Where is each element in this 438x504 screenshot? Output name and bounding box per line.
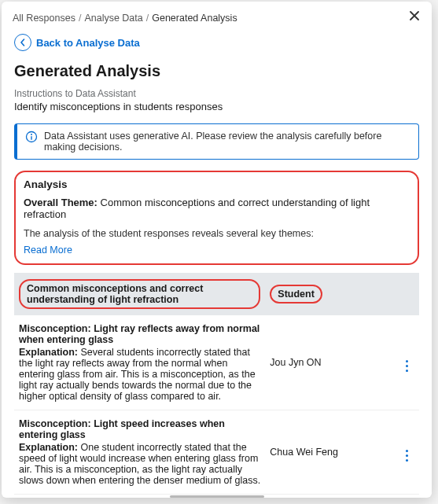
row-menu-icon[interactable]	[406, 450, 408, 462]
ai-callout: Data Assistant uses generative AI. Pleas…	[14, 123, 419, 160]
svg-point-1	[31, 134, 32, 135]
back-link[interactable]: Back to Analyse Data	[14, 34, 419, 51]
resize-handle-icon[interactable]	[170, 495, 264, 498]
row-menu-icon[interactable]	[406, 360, 408, 372]
table-row: Misconception: Light speed increases whe…	[14, 410, 419, 495]
overall-theme-label: Overall Theme:	[24, 197, 98, 208]
breadcrumb: All Responses / Analyse Data / Generated…	[13, 13, 237, 24]
breadcrumb-sep: /	[146, 13, 149, 24]
ai-callout-text: Data Assistant uses generative AI. Pleas…	[44, 131, 410, 153]
row-student: Francis, Jaya Prakash, Jia Baoqi, Khoo J…	[265, 495, 395, 498]
breadcrumb-item[interactable]: Analyse Data	[84, 13, 142, 24]
instructions-label: Instructions to Data Assistant	[14, 88, 419, 99]
svg-rect-2	[31, 136, 31, 140]
info-icon	[25, 131, 38, 143]
read-more-link[interactable]: Read More	[24, 245, 72, 256]
instructions-value: Identify misconceptions in students resp…	[14, 101, 419, 112]
back-link-label: Back to Analyse Data	[36, 37, 140, 49]
analysis-box: Analysis Overall Theme: Common misconcep…	[14, 171, 419, 265]
breadcrumb-item-current: Generated Analysis	[152, 13, 237, 24]
analysis-table: Common misconceptions and correct unders…	[14, 273, 419, 498]
close-icon[interactable]	[408, 9, 421, 26]
row-student: Chua Wei Feng	[265, 410, 395, 495]
row-title: Misconception: Light ray reflects away f…	[19, 323, 260, 345]
chevron-left-icon	[14, 34, 31, 51]
row-explanation-label: Explanation:	[19, 442, 78, 453]
table-row: Misconception: Light ray reflects away f…	[14, 315, 419, 410]
table-header-actions	[395, 273, 419, 315]
breadcrumb-item[interactable]: All Responses	[13, 13, 75, 24]
row-title: Misconception: Light speed increases whe…	[19, 418, 260, 440]
row-student: Jou Jyn ON	[265, 315, 395, 410]
analysis-heading: Analysis	[24, 178, 410, 190]
breadcrumb-sep: /	[79, 13, 81, 24]
table-header-student: Student	[265, 273, 395, 315]
analysis-reveals-text: The analysis of the student responses re…	[24, 228, 410, 239]
table-header-theme: Common misconceptions and correct unders…	[14, 273, 265, 315]
page-title: Generated Analysis	[14, 62, 419, 80]
row-explanation-label: Explanation:	[19, 347, 78, 358]
